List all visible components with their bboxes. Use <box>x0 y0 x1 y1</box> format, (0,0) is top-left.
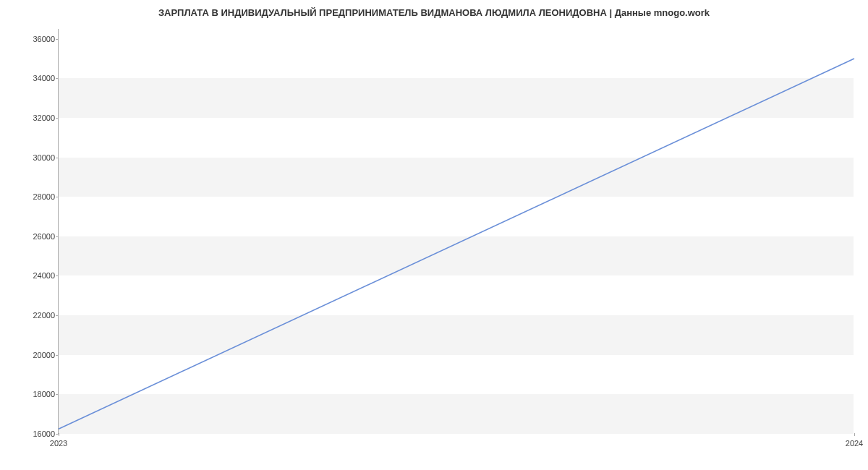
y-tick-mark <box>56 275 59 276</box>
x-tick-label: 2024 <box>846 439 863 448</box>
y-tick-label: 20000 <box>19 351 55 359</box>
y-tick-label: 34000 <box>19 74 55 82</box>
y-tick-mark <box>56 355 59 356</box>
y-tick-mark <box>56 78 59 79</box>
chart-title: ЗАРПЛАТА В ИНДИВИДУАЛЬНЫЙ ПРЕДПРИНИМАТЕЛ… <box>0 0 868 22</box>
plot-box: 1600018000200002200024000260002800030000… <box>58 29 854 434</box>
y-tick-label: 18000 <box>19 390 55 398</box>
y-tick-label: 26000 <box>19 232 55 241</box>
y-tick-label: 16000 <box>19 430 55 438</box>
y-tick-mark <box>56 118 59 119</box>
y-tick-label: 24000 <box>19 271 55 280</box>
line-series <box>59 29 854 434</box>
y-tick-mark <box>56 158 59 158</box>
y-tick-mark <box>56 236 59 237</box>
y-tick-mark <box>56 39 59 40</box>
y-tick-label: 22000 <box>19 311 55 320</box>
x-tick-mark <box>854 433 855 436</box>
y-tick-mark <box>56 394 59 395</box>
y-tick-mark <box>56 315 59 316</box>
y-tick-mark <box>56 197 59 197</box>
y-tick-label: 28000 <box>19 192 55 201</box>
chart-plot-area: 1600018000200002200024000260002800030000… <box>58 29 854 434</box>
y-tick-label: 36000 <box>19 35 55 43</box>
x-tick-mark <box>59 433 59 436</box>
x-tick-label: 2023 <box>50 439 67 448</box>
y-tick-label: 30000 <box>19 153 55 162</box>
y-tick-label: 32000 <box>19 114 55 122</box>
